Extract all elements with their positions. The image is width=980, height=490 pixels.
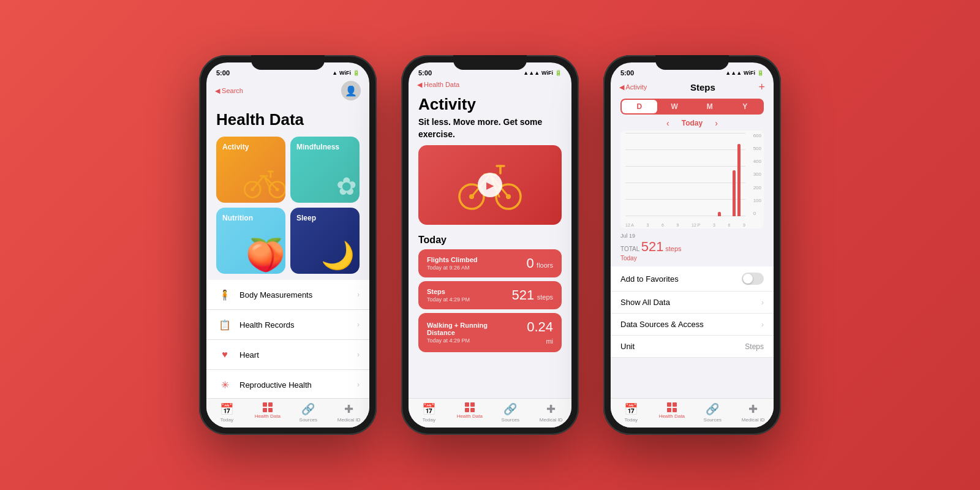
- play-button[interactable]: ▶: [478, 173, 502, 197]
- p1-header: Health Data: [206, 104, 369, 134]
- category-grid: Activity: [206, 134, 369, 280]
- distance-card[interactable]: Walking + Running Distance Today at 4:29…: [418, 313, 562, 352]
- chevron-reproductive: ›: [357, 380, 360, 389]
- flights-unit: floors: [537, 262, 553, 269]
- notch-3: [655, 55, 729, 70]
- steps-chart: 600 500 400 300 200 100 0: [620, 130, 764, 228]
- back-healthdata-2[interactable]: ◀ Health Data: [417, 81, 459, 89]
- tab-month[interactable]: M: [692, 100, 728, 113]
- health-records-label: Health Records: [239, 320, 357, 330]
- option-favorites[interactable]: Add to Favorites: [611, 266, 774, 292]
- activity-subtitle: Sit less. Move more. Get some exercise.: [409, 116, 571, 145]
- option-data-sources[interactable]: Data Sources & Access ›: [611, 314, 774, 336]
- tab-medicalid-label-2: Medical ID: [540, 417, 563, 423]
- medical-icon-3: ✚: [748, 402, 758, 416]
- category-activity[interactable]: Activity: [216, 137, 285, 203]
- tab-healthdata-1[interactable]: Health Data: [247, 402, 288, 423]
- sources-icon-2: 🔗: [503, 402, 517, 416]
- status-icons-3: ▲▲▲ WiFi 🔋: [725, 70, 764, 76]
- status-icons-2: ▲▲▲ WiFi 🔋: [523, 70, 562, 76]
- activity-page-title: Activity: [409, 92, 571, 116]
- medical-icon-1: ✚: [344, 402, 353, 416]
- activity-video[interactable]: ▶: [418, 145, 562, 225]
- option-unit[interactable]: Unit Steps: [611, 336, 774, 358]
- unit-value: Steps: [745, 342, 764, 351]
- tab-week[interactable]: W: [657, 100, 693, 113]
- total-unit: steps: [665, 245, 681, 252]
- flights-card[interactable]: Flights Climbed Today at 9:26 AM 0 floor…: [418, 249, 562, 277]
- moon-icon: 🌙: [321, 239, 355, 271]
- chevron-records: ›: [357, 320, 360, 329]
- tab-sources-3[interactable]: 🔗 Sources: [692, 402, 733, 423]
- steps-card[interactable]: Steps Today at 4:29 PM 521 steps: [418, 281, 562, 309]
- tab-today-3[interactable]: 📅 Today: [611, 402, 652, 423]
- tab-sources-label-3: Sources: [704, 417, 722, 423]
- tab-medicalid-1[interactable]: ✚ Medical ID: [329, 402, 370, 423]
- battery-3: 🔋: [757, 70, 764, 76]
- category-sleep[interactable]: Sleep 🌙: [290, 208, 360, 274]
- distance-value: 0.24: [527, 319, 553, 334]
- favorites-label: Add to Favorites: [620, 274, 742, 284]
- nav-bar-2: ◀ Health Data: [409, 80, 571, 92]
- menu-item-body[interactable]: 🧍 Body Measurements ›: [206, 280, 369, 310]
- options-list: Add to Favorites Show All Data › Data So…: [611, 266, 774, 358]
- sleep-label: Sleep: [296, 214, 353, 222]
- back-activity-3[interactable]: ◀ Activity: [619, 83, 647, 91]
- date-prev[interactable]: ‹: [666, 118, 669, 128]
- activity-label: Activity: [222, 143, 279, 151]
- menu-item-heart[interactable]: ♥ Heart ›: [206, 340, 369, 370]
- tab-medicalid-label-1: Medical ID: [337, 417, 361, 423]
- category-mindfulness[interactable]: Mindfulness ✿: [290, 137, 360, 203]
- distance-sub: Today at 4:29 PM: [427, 337, 517, 344]
- medical-icon-2: ✚: [546, 402, 556, 416]
- notch-2: [453, 55, 527, 70]
- distance-label: Walking + Running Distance: [427, 322, 517, 336]
- tab-healthdata-label-1: Health Data: [255, 413, 281, 419]
- battery-icon: 🔋: [353, 70, 360, 76]
- chevron-show-all: ›: [761, 298, 764, 307]
- add-button-3[interactable]: +: [758, 81, 765, 94]
- date-next[interactable]: ›: [715, 118, 718, 128]
- reproductive-icon: ✳: [216, 376, 233, 393]
- tab-sources-1[interactable]: 🔗 Sources: [288, 402, 329, 423]
- signal-icon: ▲: [332, 70, 337, 76]
- peach-icon: 🍑: [246, 236, 285, 274]
- tab-today-label-1: Today: [221, 417, 233, 423]
- notch-1: [251, 55, 325, 70]
- phone-3: 5:00 ▲▲▲ WiFi 🔋 ◀ Activity Steps + D W M…: [603, 55, 781, 435]
- tab-healthdata-3[interactable]: Health Data: [652, 402, 693, 423]
- tab-medicalid-label-3: Medical ID: [742, 417, 765, 423]
- flights-label: Flights Climbed: [427, 256, 478, 263]
- menu-item-records[interactable]: 📋 Health Records ›: [206, 310, 369, 340]
- tab-sources-label-1: Sources: [300, 417, 317, 423]
- category-nutrition[interactable]: Nutrition 🍑: [216, 208, 285, 274]
- favorites-toggle[interactable]: [742, 273, 764, 285]
- today-icon-2: 📅: [422, 402, 435, 416]
- tab-year[interactable]: Y: [728, 100, 763, 113]
- tab-medicalid-2[interactable]: ✚ Medical ID: [531, 402, 572, 423]
- tab-today-2[interactable]: 📅 Today: [409, 402, 450, 423]
- dandelion-icon: ✿: [336, 172, 357, 200]
- chevron-heart: ›: [357, 350, 360, 359]
- profile-avatar[interactable]: 👤: [341, 81, 361, 100]
- screen-2: Activity Sit less. Move more. Get some e…: [409, 92, 571, 398]
- tab-today-label-3: Today: [625, 417, 638, 423]
- date-navigation: ‹ Today ›: [611, 117, 774, 130]
- time-2: 5:00: [418, 69, 432, 77]
- tab-day[interactable]: D: [622, 100, 657, 113]
- health-data-icon-2: [465, 402, 475, 412]
- tab-bar-3: 📅 Today Health Data 🔗 Sources ✚ Medical …: [611, 398, 774, 428]
- tab-sources-2[interactable]: 🔗 Sources: [490, 402, 531, 423]
- back-search[interactable]: ◀ Search: [215, 87, 243, 95]
- data-sources-label: Data Sources & Access: [620, 320, 759, 329]
- time-1: 5:00: [216, 69, 230, 77]
- chart-date-label: Jul 19: [620, 233, 635, 239]
- tab-today-1[interactable]: 📅 Today: [206, 402, 247, 423]
- signal-2: ▲▲▲: [523, 70, 540, 76]
- chevron-data-sources: ›: [761, 320, 764, 329]
- tab-healthdata-2[interactable]: Health Data: [450, 402, 491, 423]
- tab-medicalid-3[interactable]: ✚ Medical ID: [733, 402, 774, 423]
- menu-item-reproductive[interactable]: ✳ Reproductive Health ›: [206, 370, 369, 398]
- bike-icon: [242, 164, 285, 203]
- option-show-all[interactable]: Show All Data ›: [611, 292, 774, 314]
